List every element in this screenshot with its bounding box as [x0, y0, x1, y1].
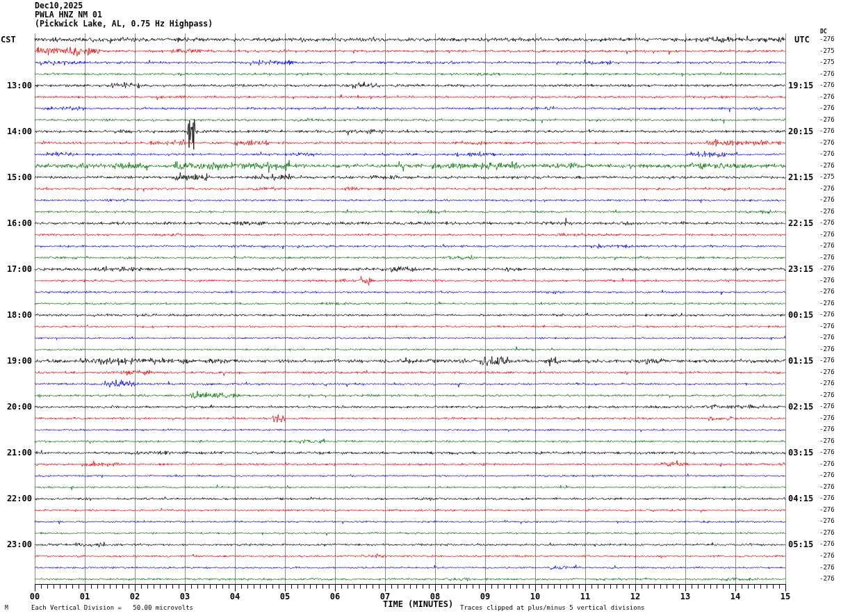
- dc-offset-value: -276: [819, 357, 840, 364]
- dc-offset-value: -276: [819, 540, 840, 547]
- dc-offset-value: -276: [819, 208, 840, 215]
- title-location: (Pickwick Lake, AL, 0.75 Hz Highpass): [35, 19, 213, 29]
- x-tick-label: 10: [525, 592, 546, 601]
- footnote-clip: Traces clipped at plus/minus 5 vertical …: [460, 604, 645, 611]
- dc-offset-value: -276: [819, 448, 840, 455]
- dc-offset-value: -276: [819, 93, 840, 100]
- cst-time-label: 23:00: [0, 540, 32, 549]
- x-tick-label: 06: [325, 592, 345, 601]
- utc-time-label: 19:15: [788, 81, 819, 90]
- x-tick-label: 00: [24, 592, 45, 601]
- utc-time-label: 05:15: [788, 540, 819, 549]
- x-tick-label: 09: [475, 592, 496, 601]
- utc-time-label: 02:15: [788, 402, 819, 412]
- utc-time-label: 03:15: [788, 448, 819, 457]
- x-tick-label: 14: [725, 592, 746, 601]
- dc-offset-value: -276: [819, 35, 840, 42]
- x-tick-label: 05: [275, 592, 295, 601]
- cst-time-label: 17:00: [0, 264, 32, 274]
- cst-time-label: 22:00: [0, 494, 32, 503]
- dc-offset-value: -276: [819, 334, 840, 341]
- dc-offset-value: -276: [819, 414, 840, 421]
- seismogram-canvas: [0, 0, 841, 616]
- cst-time-label: 19:00: [0, 356, 32, 366]
- dc-offset-value: -276: [819, 311, 840, 318]
- dc-offset-value: -276: [819, 323, 840, 330]
- dc-offset-value: -276: [819, 116, 840, 123]
- dc-offset-value: -276: [819, 403, 840, 410]
- x-tick-label: 15: [775, 592, 796, 601]
- title-block: Dec10,2025 PWLA HNZ NM 01 (Pickwick Lake…: [35, 1, 213, 29]
- dc-offset-value: -276: [819, 162, 840, 169]
- x-tick-label: 04: [224, 592, 245, 601]
- cst-time-label: 20:00: [0, 402, 32, 412]
- dc-offset-value: -276: [819, 104, 840, 111]
- dc-offset-value: -276: [819, 483, 840, 490]
- utc-time-label: 00:15: [788, 310, 819, 320]
- dc-offset-value: -276: [819, 219, 840, 226]
- dc-offset-value: -276: [819, 460, 840, 467]
- dc-offset-value: -276: [819, 81, 840, 88]
- utc-time-label: 04:15: [788, 494, 819, 503]
- x-tick-label: 03: [174, 592, 195, 601]
- utc-time-label: 01:15: [788, 356, 819, 366]
- utc-time-label: 21:15: [788, 172, 819, 182]
- cst-time-label: 18:00: [0, 310, 32, 320]
- footnote-scale: Each Vertical Division = 50.00 microvolt…: [31, 604, 193, 611]
- utc-time-label: 20:15: [788, 127, 819, 136]
- x-axis-title: TIME (MINUTES): [383, 599, 453, 609]
- dc-offset-value: -276: [819, 300, 840, 307]
- cst-time-label: 13:00: [0, 81, 32, 90]
- x-tick-label: 01: [74, 592, 95, 601]
- dc-offset-value: -276: [819, 471, 840, 478]
- dc-offset-value: -275: [819, 58, 840, 65]
- dc-offset-value: -276: [819, 575, 840, 582]
- x-tick-label: 11: [575, 592, 596, 601]
- dc-offset-value: -276: [819, 368, 840, 375]
- dc-offset-value: -276: [819, 70, 840, 77]
- dc-offset-value: -276: [819, 564, 840, 571]
- dc-offset-value: -276: [819, 380, 840, 387]
- dc-offset-value: -276: [819, 425, 840, 432]
- dc-offset-value: -276: [819, 139, 840, 146]
- utc-time-label: 22:15: [788, 218, 819, 228]
- dc-offset-value: -276: [819, 552, 840, 559]
- dc-offset-value: -276: [819, 242, 840, 249]
- dc-offset-value: -276: [819, 277, 840, 284]
- dc-offset-value: -276: [819, 150, 840, 157]
- cst-time-label: 15:00: [0, 172, 32, 182]
- dc-offset-value: -276: [819, 517, 840, 524]
- x-tick-label: 13: [675, 592, 696, 601]
- heliplot-page: Dec10,2025 PWLA HNZ NM 01 (Pickwick Lake…: [0, 0, 841, 616]
- dc-offset-value: -276: [819, 185, 840, 192]
- watermark-glyph: M: [5, 605, 8, 611]
- cst-time-label: 16:00: [0, 218, 32, 228]
- left-timezone-label: CST: [1, 35, 16, 44]
- utc-time-label: 23:15: [788, 264, 819, 274]
- dc-offset-value: -276: [819, 494, 840, 501]
- dc-offset-value: -276: [819, 254, 840, 261]
- dc-offset-value: -276: [819, 231, 840, 238]
- right-timezone-label: UTC: [794, 35, 810, 44]
- dc-offset-value: -276: [819, 391, 840, 398]
- cst-time-label: 21:00: [0, 448, 32, 457]
- dc-offset-value: -276: [819, 196, 840, 203]
- dc-offset-value: -276: [819, 506, 840, 513]
- dc-offset-value: -275: [819, 47, 840, 54]
- x-tick-label: 02: [124, 592, 145, 601]
- cst-time-label: 14:00: [0, 127, 32, 136]
- dc-offset-value: -276: [819, 529, 840, 536]
- dc-column-header: DC: [820, 29, 827, 35]
- dc-offset-value: -276: [819, 265, 840, 272]
- dc-offset-value: -276: [819, 346, 840, 352]
- dc-offset-value: -275: [819, 173, 840, 180]
- dc-offset-value: -276: [819, 437, 840, 444]
- x-tick-label: 12: [625, 592, 646, 601]
- dc-offset-value: -276: [819, 288, 840, 295]
- dc-offset-value: -276: [819, 127, 840, 134]
